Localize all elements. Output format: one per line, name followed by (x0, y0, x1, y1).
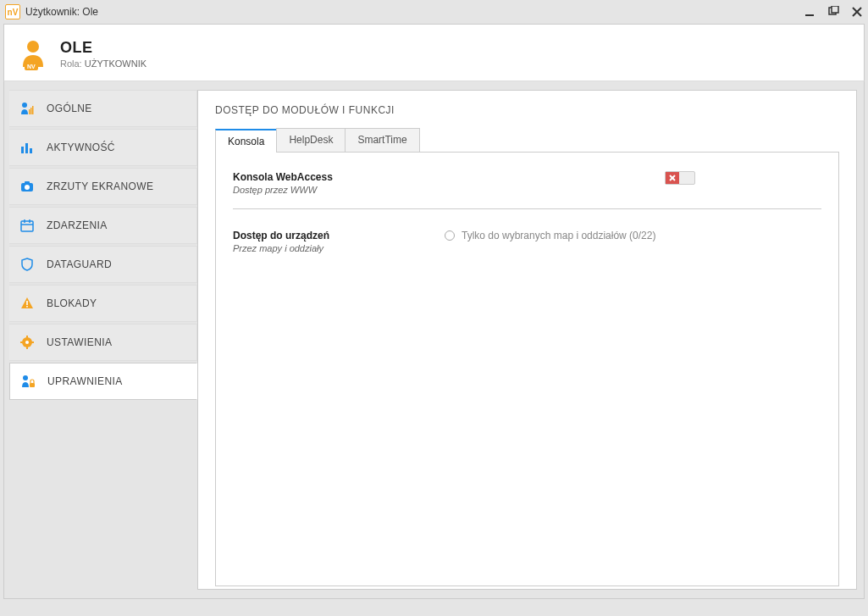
sidebar-item-zrzuty[interactable]: ZRZUTY EKRANOWE (9, 168, 197, 205)
svg-rect-16 (21, 221, 33, 231)
sidebar-item-ogolne[interactable]: OGÓLNE (9, 90, 197, 127)
svg-rect-8 (30, 108, 32, 114)
gear-icon (19, 336, 35, 349)
maximize-button[interactable] (827, 6, 839, 18)
svg-rect-20 (26, 301, 28, 305)
svg-point-23 (25, 341, 29, 344)
sidebar-item-label: ZDARZENIA (47, 219, 108, 231)
toggle-off-knob (666, 172, 679, 184)
svg-rect-29 (30, 383, 35, 387)
app-icon: nV (5, 4, 20, 19)
avatar: NV (19, 38, 47, 69)
title-bar: nV Użytkownik: Ole (0, 0, 868, 24)
svg-rect-25 (26, 347, 28, 349)
webaccess-subtitle: Dostęp przez WWW (233, 185, 445, 195)
user-name: OLE (60, 39, 147, 57)
sidebar-item-label: OGÓLNE (47, 103, 92, 114)
tab-helpdesk[interactable]: HelpDesk (276, 128, 346, 152)
user-role: Rola: UŻYTKOWNIK (60, 58, 147, 69)
window-title: Użytkownik: Ole (25, 6, 799, 18)
close-button[interactable] (851, 6, 863, 18)
sidebar-item-label: DATAGUARD (47, 258, 112, 270)
camera-icon (19, 180, 35, 193)
sidebar-item-label: ZRZUTY EKRANOWE (47, 180, 153, 192)
svg-point-6 (22, 103, 27, 108)
tab-smarttime[interactable]: SmartTime (345, 128, 419, 152)
svg-rect-7 (29, 109, 30, 114)
svg-rect-27 (31, 341, 34, 343)
svg-rect-9 (32, 106, 34, 114)
tab-bar: Konsola HelpDesk SmartTime (215, 128, 839, 153)
svg-rect-26 (20, 341, 23, 343)
user-lock-icon (20, 375, 36, 388)
svg-rect-11 (25, 143, 28, 153)
sidebar-item-blokady[interactable]: BLOKADY (9, 285, 197, 322)
sidebar-item-dataguard[interactable]: DATAGUARD (9, 246, 197, 283)
role-label: Rola: (60, 58, 82, 69)
main-panel: DOSTĘP DO MODUŁÓW I FUNKCJI Konsola Help… (197, 90, 857, 590)
avatar-badge: NV (25, 63, 38, 70)
devices-radio-option[interactable]: Tylko do wybranych map i oddziałów (0/22… (445, 230, 655, 241)
svg-point-28 (23, 375, 28, 380)
user-header: NV OLE Rola: UŻYTKOWNIK (3, 24, 865, 80)
devices-option-label: Tylko do wybranych map i oddziałów (0/22… (462, 230, 655, 241)
warning-icon (19, 297, 35, 310)
role-value: UŻYTKOWNIK (85, 58, 147, 69)
svg-rect-15 (25, 181, 30, 184)
svg-rect-12 (30, 148, 32, 153)
user-bars-icon (19, 102, 35, 115)
svg-rect-2 (832, 6, 838, 13)
panel-title: DOSTĘP DO MODUŁÓW I FUNKCJI (215, 104, 839, 116)
svg-rect-21 (26, 306, 28, 308)
webaccess-toggle[interactable] (665, 171, 695, 185)
activity-icon (19, 141, 35, 154)
row-webaccess: Konsola WebAccess Dostęp przez WWW (233, 168, 821, 209)
sidebar: OGÓLNE AKTYWNOŚĆ ZRZUTY EKRANOWE (4, 81, 197, 598)
sidebar-item-ustawienia[interactable]: USTAWIENIA (9, 324, 197, 361)
shield-icon (19, 258, 35, 271)
sidebar-item-zdarzenia[interactable]: ZDARZENIA (9, 207, 197, 244)
svg-rect-10 (21, 147, 24, 153)
sidebar-item-label: UPRAWNIENIA (47, 375, 123, 387)
sidebar-item-label: AKTYWNOŚĆ (47, 142, 115, 153)
devices-title: Dostęp do urządzeń (233, 230, 445, 241)
svg-rect-24 (26, 336, 28, 338)
calendar-icon (19, 219, 35, 232)
sidebar-item-label: USTAWIENIA (47, 336, 112, 348)
sidebar-item-aktywnosc[interactable]: AKTYWNOŚĆ (9, 129, 197, 166)
devices-subtitle: Przez mapy i oddziały (233, 243, 445, 253)
webaccess-title: Konsola WebAccess (233, 171, 445, 183)
svg-point-14 (25, 185, 30, 190)
sidebar-item-uprawnienia[interactable]: UPRAWNIENIA (9, 363, 197, 400)
svg-point-5 (27, 41, 39, 53)
sidebar-item-label: BLOKADY (47, 297, 97, 309)
tab-content: Konsola WebAccess Dostęp przez WWW Dostę… (215, 153, 839, 586)
minimize-button[interactable] (804, 6, 815, 18)
radio-icon (445, 230, 455, 241)
row-devices: Dostęp do urządzeń Przez mapy i oddziały… (233, 226, 821, 267)
tab-konsola[interactable]: Konsola (215, 129, 277, 153)
